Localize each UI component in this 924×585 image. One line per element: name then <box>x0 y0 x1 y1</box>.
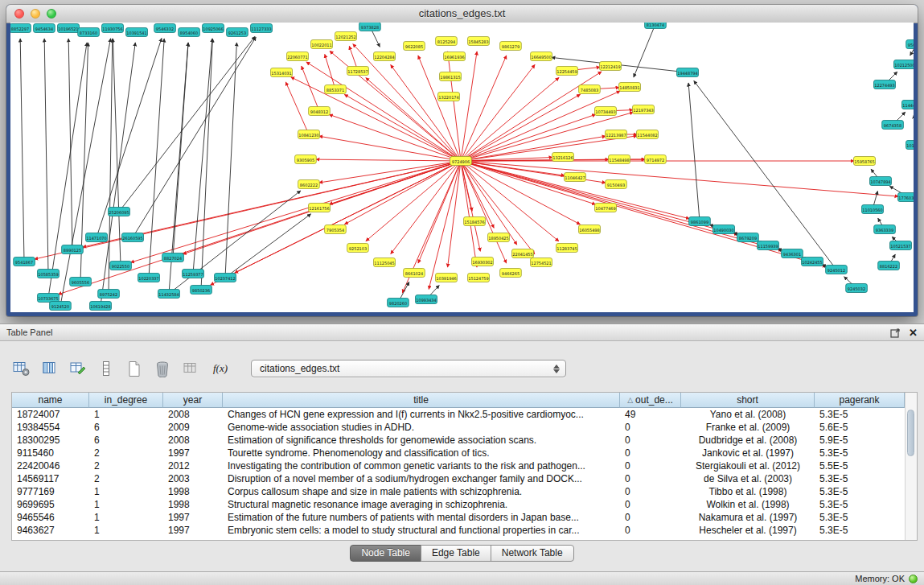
graph-node[interactable]: 12197343 <box>633 105 655 114</box>
graph-node[interactable]: 26160595 <box>122 233 144 242</box>
new-column-button[interactable] <box>124 358 145 379</box>
graph-node[interactable]: 11159939 <box>758 241 779 250</box>
graph-edge[interactable] <box>461 161 507 263</box>
graph-edge[interactable] <box>325 54 335 89</box>
table-row[interactable]: 1456911722003Disruption of a novel membe… <box>12 472 905 485</box>
graph-node[interactable]: 16930302 <box>472 257 494 266</box>
graph-node[interactable]: 10391541 <box>126 28 148 37</box>
graph-edge[interactable] <box>201 39 212 290</box>
graph-node[interactable]: 14850831 <box>619 83 641 92</box>
column-header-pagerank[interactable]: pagerank <box>815 393 905 408</box>
column-header-in-degree[interactable]: in_degree <box>89 393 163 408</box>
graph-node[interactable]: 9546332 <box>154 24 176 33</box>
graph-node[interactable]: 9466265 <box>500 269 522 278</box>
graph-node[interactable]: 11046427 <box>565 173 586 182</box>
graph-node[interactable]: 12212419 <box>600 62 622 71</box>
graph-node[interactable]: 15314031 <box>271 68 293 77</box>
graph-edge[interactable] <box>109 39 113 294</box>
graph-node[interactable]: 9373828 <box>359 23 381 31</box>
graph-node[interactable]: 10212500 <box>894 60 914 69</box>
table-row[interactable]: 2242004622012Investigating the contribut… <box>12 459 905 472</box>
graph-node[interactable]: 8852297 <box>10 24 31 33</box>
graph-node[interactable]: 8130474 <box>645 23 667 29</box>
graph-edge[interactable] <box>461 51 477 161</box>
table-row[interactable]: 969969511998Structural magnetic resonanc… <box>12 498 905 511</box>
graph-edge[interactable] <box>235 161 461 273</box>
graph-node[interactable]: 7485083 <box>579 85 601 94</box>
graph-node[interactable]: 11432584 <box>158 290 180 299</box>
graph-node[interactable]: 10521537 <box>890 241 912 250</box>
graph-edge[interactable] <box>366 78 461 161</box>
graph-node[interactable]: 12021252 <box>335 32 357 41</box>
graph-edge[interactable] <box>461 64 535 161</box>
graph-node[interactable]: 9124520 <box>50 302 72 311</box>
graph-node[interactable]: 9305905 <box>295 155 317 164</box>
graph-node[interactable]: 10477469 <box>595 204 617 212</box>
graph-edge[interactable] <box>461 114 596 161</box>
graph-node[interactable]: 15184576 <box>464 217 486 226</box>
graph-node[interactable]: 16055498 <box>579 225 601 234</box>
scrollbar-thumb[interactable] <box>907 410 914 456</box>
graph-node[interactable]: 12161756 <box>309 204 331 212</box>
graph-node[interactable]: 15845283 <box>468 37 490 46</box>
table-settings-button[interactable] <box>11 358 32 379</box>
graph-node[interactable]: 9850236 <box>191 286 212 295</box>
column-header-year[interactable]: year <box>163 393 223 408</box>
graph-node[interactable]: 9363339 <box>874 225 896 234</box>
window-titlebar[interactable]: citations_edges.txt <box>6 5 918 23</box>
graph-node[interactable]: 12754521 <box>531 258 552 267</box>
graph-node[interactable]: 10841230 <box>298 130 320 139</box>
graph-edge[interactable] <box>130 161 461 262</box>
row-height-button[interactable] <box>96 358 117 379</box>
graph-node[interactable]: 22060771 <box>287 52 309 61</box>
function-builder-button[interactable]: f(x) <box>208 358 232 379</box>
float-panel-button[interactable] <box>890 328 901 338</box>
graph-node[interactable]: 10220337 <box>138 274 160 282</box>
tab-network-table[interactable]: Network Table <box>491 545 574 562</box>
graph-node[interactable]: 11010560 <box>862 205 884 214</box>
graph-node[interactable]: 10747894 <box>870 177 892 186</box>
graph-node[interactable]: 10619428 <box>90 302 112 311</box>
table-row[interactable]: 946554611997Estimation of the future num… <box>12 511 905 524</box>
graph-node[interactable]: 11544082 <box>637 130 659 139</box>
graph-node[interactable]: 19861315 <box>440 72 462 81</box>
graph-node[interactable]: 9245032 <box>846 284 868 293</box>
graph-node[interactable]: 9436301 <box>782 249 803 258</box>
graph-node[interactable]: 11728537 <box>347 67 369 76</box>
graph-node[interactable]: 12274493 <box>874 80 896 89</box>
graph-edge[interactable] <box>461 77 559 161</box>
graph-edge[interactable] <box>149 39 164 278</box>
graph-node[interactable]: 9261253 <box>227 28 248 37</box>
graph-node[interactable]: 9674358 <box>882 121 904 130</box>
table-row[interactable]: 1872400712008Changes of HCN gene express… <box>12 408 905 421</box>
table-row[interactable]: 977716911998Corpus callosum shape and si… <box>12 485 905 498</box>
graph-node[interactable]: 9252103 <box>347 244 369 253</box>
tab-edge-table[interactable]: Edge Table <box>421 545 491 562</box>
vertical-scrollbar[interactable] <box>905 393 917 540</box>
graph-node[interactable]: 9605556 <box>70 278 92 286</box>
tab-node-table[interactable]: Node Table <box>350 545 421 562</box>
graph-node[interactable]: 8602222 <box>298 180 320 189</box>
graph-node[interactable]: 9820260 <box>388 299 409 307</box>
graph-edge[interactable] <box>133 37 256 237</box>
close-panel-button[interactable]: ✕ <box>909 328 918 338</box>
graph-node[interactable]: 9508514 <box>906 40 914 49</box>
graph-node[interactable]: 9861099 <box>689 217 711 226</box>
table-row[interactable]: 1830029562008Estimation of significance … <box>12 434 905 447</box>
graph-edge[interactable] <box>461 161 596 204</box>
graph-node[interactable]: 10242455 <box>802 257 823 266</box>
graph-edge[interactable] <box>461 56 507 161</box>
network-graph[interactable]: 9724906115484981221398710734493748508312… <box>10 23 914 312</box>
graph-edge[interactable] <box>461 91 620 161</box>
graph-node[interactable]: 10022011 <box>311 40 333 49</box>
graph-node[interactable]: 11444586 <box>902 101 914 109</box>
graph-node[interactable]: 8661024 <box>404 269 425 278</box>
graph-node[interactable]: 10733675 <box>38 294 60 303</box>
graph-edge[interactable] <box>44 39 48 274</box>
graph-node[interactable]: 25206095 <box>109 208 130 216</box>
graph-node[interactable]: 10993434 <box>416 295 437 304</box>
graph-node[interactable]: 16649500 <box>531 52 552 61</box>
select-columns-button[interactable] <box>39 358 60 379</box>
graph-node[interactable]: 9245012 <box>826 266 848 274</box>
graph-node[interactable]: 17760355 <box>898 193 914 202</box>
